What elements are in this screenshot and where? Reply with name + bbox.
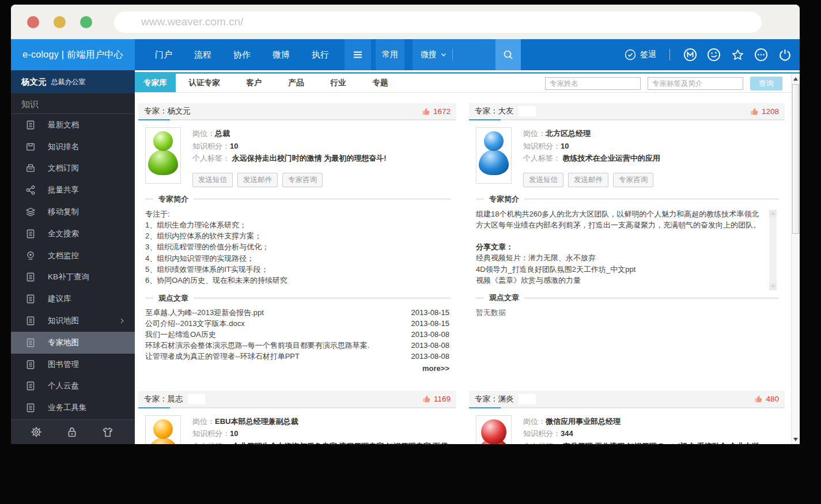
nav-item-portal[interactable]: 门户 [144, 39, 183, 70]
more-link[interactable]: more>> [145, 364, 451, 373]
sidebar-item-batch-share[interactable]: 批量共享 [11, 179, 135, 201]
scroll-up-icon[interactable] [769, 210, 777, 217]
minimize-window-button[interactable] [54, 16, 66, 28]
zoom-window-button[interactable] [80, 16, 92, 28]
app-header: e-cology | 前端用户中心 门户 流程 协作 微博 执行 常用 微搜 签… [11, 39, 800, 70]
scroll-down-icon[interactable] [792, 435, 800, 444]
frequently-used-button[interactable]: 常用 [376, 39, 404, 70]
article-row[interactable]: 环球石材演示会整体演示思路--每一个售前项目都要有演示思路草案.2013-08-… [145, 340, 451, 351]
tab-certified-experts[interactable]: 认证专家 [176, 74, 233, 92]
brief-scrollbar[interactable] [769, 210, 777, 290]
query-button[interactable]: 查询 [750, 77, 782, 90]
expert-consult-button[interactable]: 专家咨询 [282, 173, 323, 187]
article-row[interactable]: 至卓越.人为峰--2013迎新会报告.ppt2013-08-15 [145, 307, 451, 318]
send-sms-button[interactable]: 发送短信 [523, 173, 563, 187]
nav-item-workflow[interactable]: 流程 [183, 39, 222, 70]
close-window-button[interactable] [27, 16, 39, 28]
share-articles-title: 分享文章： [476, 241, 762, 252]
tab-topics[interactable]: 专题 [360, 74, 402, 92]
image-placeholder [519, 394, 536, 404]
face-icon[interactable] [707, 48, 721, 62]
tab-customers[interactable]: 客户 [233, 74, 275, 92]
app-logo[interactable]: e-cology | 前端用户中心 [11, 39, 135, 70]
tab-expert-library[interactable]: 专家库 [135, 74, 176, 92]
nav-item-execute[interactable]: 执行 [301, 39, 340, 70]
points-value: 344 [561, 429, 573, 438]
sidebar: 杨文元 总裁办公室 知识 最新文档 知识排名 文档订阅 批量共享 [11, 70, 135, 444]
lock-icon[interactable] [66, 426, 78, 438]
sidebar-user-bar[interactable]: 杨文元 总裁办公室 [11, 70, 135, 93]
sidebar-item-book-mgmt[interactable]: 图书管理 [11, 354, 135, 376]
doc-icon [25, 271, 36, 283]
tags-value: 产品管理 工作流程 知识管理 Portal门户 系统融合 企业内训 [563, 442, 759, 444]
expert-consult-button[interactable]: 专家咨询 [613, 173, 653, 187]
brief-section-header: 专家简介 [476, 194, 779, 204]
header-search-button[interactable] [495, 39, 521, 70]
page-scrollbar[interactable] [791, 74, 800, 444]
send-mail-button[interactable]: 发送邮件 [568, 173, 608, 187]
brief-scroll-area[interactable]: 组建18个机构共260多人的北方大区团队，以鲜明的个人魅力和高超的教练技术率领北… [476, 209, 779, 286]
scrollbar-thumb[interactable] [792, 84, 799, 234]
brief-section-header: 专家简介 [145, 194, 451, 204]
like-counter[interactable]: 1169 [422, 395, 451, 403]
sidebar-item-business-tools[interactable]: 业务工具集 [11, 397, 135, 419]
sidebar-item-knowledge-map[interactable]: 知识地图 [11, 310, 135, 332]
nav-item-collab[interactable]: 协作 [222, 39, 262, 70]
chevron-right-icon [119, 317, 126, 324]
sidebar-item-personal-cloud[interactable]: 个人云盘 [11, 376, 135, 397]
share-article[interactable]: 经典视频短片：潜力无限、永不放弃 [476, 252, 762, 263]
sidebar-item-move-copy[interactable]: 移动复制 [11, 201, 135, 223]
expert-name-input[interactable] [545, 77, 641, 90]
search-icon [502, 49, 514, 60]
gear-icon[interactable] [31, 426, 42, 438]
like-counter[interactable]: 1672 [422, 107, 451, 116]
image-placeholder [188, 394, 205, 404]
header-search-input[interactable] [453, 51, 495, 59]
more-icon[interactable] [754, 48, 768, 62]
like-counter[interactable]: 480 [754, 395, 779, 403]
signout-button[interactable]: 签退 [625, 49, 656, 60]
card-header: 专家：大友 1208 [469, 103, 785, 119]
address-bar[interactable]: www.weaver.com.cn/ [114, 12, 762, 33]
article-row[interactable]: 我们一起缔造OA历史2013-08-08 [145, 329, 451, 340]
article-list: 至卓越.人为峰--2013迎新会报告.ppt2013-08-15 公司介绍--2… [145, 307, 451, 362]
hamburger-menu-button[interactable] [345, 39, 371, 70]
sidebar-item-doc-monitor[interactable]: 文档监控 [11, 245, 135, 267]
user-name: 杨文元 [21, 77, 47, 88]
m-logo-icon[interactable] [683, 48, 697, 62]
doc-icon [25, 402, 36, 414]
star-icon[interactable] [731, 48, 744, 62]
sidebar-item-fulltext-search[interactable]: 全文搜索 [11, 223, 135, 245]
tab-industry[interactable]: 行业 [317, 74, 360, 92]
header-divider [669, 49, 670, 60]
expert-title: 专家：渊炎 [475, 394, 514, 404]
sidebar-item-latest-docs[interactable]: 最新文档 [11, 114, 135, 136]
tab-bar: 专家库 认证专家 客户 产品 行业 专题 查询 [135, 74, 800, 93]
send-sms-button[interactable]: 发送短信 [192, 173, 233, 187]
power-icon[interactable] [778, 48, 792, 62]
header-search-bar: 微搜 [413, 39, 521, 70]
sidebar-item-kb-patch-query[interactable]: KB补丁查询 [11, 267, 135, 289]
tab-products[interactable]: 产品 [275, 74, 317, 92]
nav-item-weibo[interactable]: 微博 [262, 39, 301, 70]
sidebar-item-expert-map[interactable]: 专家地图 [11, 332, 135, 354]
share-article[interactable]: 4D领导力_打造良好团队氛围2天工作坊_中文ppt [476, 264, 762, 275]
sidebar-item-knowledge-rank[interactable]: 知识排名 [11, 136, 135, 158]
shirt-icon[interactable] [102, 426, 113, 438]
expert-tag-input[interactable] [648, 77, 743, 90]
article-row[interactable]: 让管理者成为真正的管理者--环球石材打单PPT2013-08-08 [145, 351, 451, 362]
sidebar-item-suggestion-lib[interactable]: 建议库 [11, 288, 135, 310]
scroll-down-icon[interactable] [769, 283, 777, 290]
card-header: 专家：杨文元 1672 [138, 103, 456, 119]
article-row[interactable]: 公司介绍--2013文字版本.docx2013-08-15 [145, 318, 451, 329]
no-data-text: 暂无数据 [476, 308, 779, 318]
like-counter[interactable]: 1208 [750, 107, 779, 116]
send-mail-button[interactable]: 发送邮件 [237, 173, 278, 187]
scroll-up-icon[interactable] [792, 74, 800, 83]
microsearch-scope[interactable]: 微搜 [421, 50, 437, 60]
doc-icon [25, 359, 36, 370]
orange-person-avatar [148, 419, 178, 444]
thumb-up-icon [422, 107, 430, 116]
sidebar-item-doc-subscribe[interactable]: 文档订阅 [11, 158, 135, 180]
share-article[interactable]: 视频《盖章》欣赏与感激的力量 [476, 275, 762, 286]
